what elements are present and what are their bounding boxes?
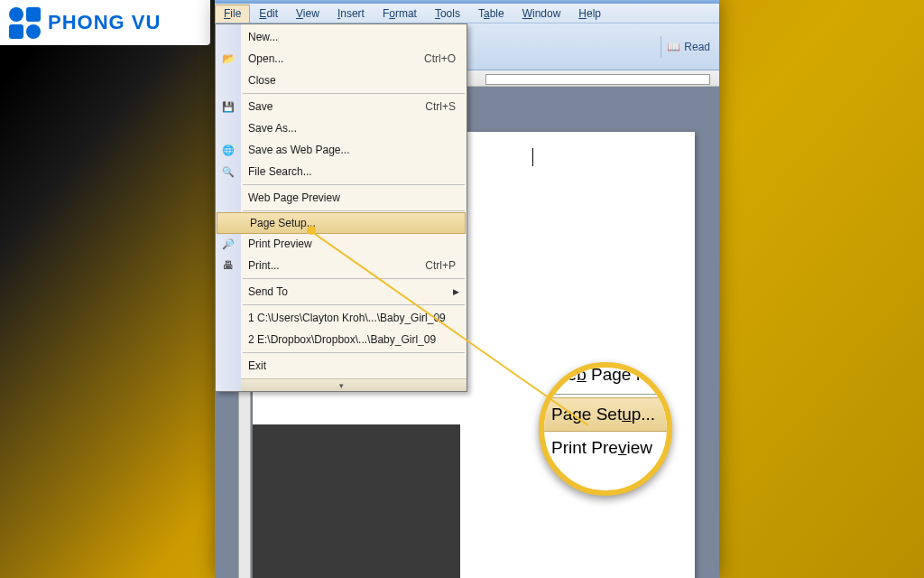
menu-item-web-preview[interactable]: Web Page Preview xyxy=(216,187,467,209)
submenu-arrow-icon: ▶ xyxy=(453,287,459,296)
menu-separator xyxy=(243,210,465,211)
menubar: File Edit View Insert Format Tools Table… xyxy=(215,4,719,23)
menu-item-file-search[interactable]: File Search... xyxy=(216,161,467,182)
save-icon xyxy=(216,101,241,113)
menu-separator xyxy=(243,352,465,353)
menu-item-open[interactable]: Open... Ctrl+O xyxy=(216,48,467,70)
menu-tools[interactable]: Tools xyxy=(426,5,469,23)
menu-separator xyxy=(243,304,465,305)
annotation-dot xyxy=(307,226,316,235)
shortcut-label: Ctrl+O xyxy=(424,52,467,65)
brand-logo: PHONG VU xyxy=(0,0,210,45)
menu-format[interactable]: Format xyxy=(374,5,426,23)
standard-toolbar: Read xyxy=(467,23,719,70)
menu-file[interactable]: File xyxy=(215,5,250,23)
menu-help[interactable]: Help xyxy=(569,5,610,23)
menu-separator xyxy=(243,278,465,279)
web-icon xyxy=(216,144,241,156)
menu-window[interactable]: Window xyxy=(513,5,570,23)
annotation-magnifier: Web Page P Page Setup... Print Preview xyxy=(539,362,672,496)
menu-table[interactable]: Table xyxy=(469,5,513,23)
menu-item-send-to[interactable]: Send To ▶ xyxy=(216,281,467,303)
file-menu-dropdown: New... Open... Ctrl+O Close Save Ctrl+S … xyxy=(215,23,467,392)
menu-item-exit[interactable]: Exit xyxy=(216,355,467,377)
menu-item-print[interactable]: Print... Ctrl+P xyxy=(216,255,467,276)
toolbar-divider xyxy=(661,36,661,58)
menu-item-page-setup[interactable]: Page Setup... xyxy=(217,212,466,234)
text-cursor xyxy=(532,148,533,166)
search-icon xyxy=(216,166,241,178)
open-icon xyxy=(216,52,241,65)
menu-item-new[interactable]: New... xyxy=(216,26,467,48)
shortcut-label: Ctrl+S xyxy=(425,100,467,113)
print-icon xyxy=(216,259,241,272)
menu-expand-chevron[interactable]: ▾ xyxy=(216,378,467,391)
page-shadow xyxy=(253,424,460,578)
menu-item-save[interactable]: Save Ctrl+S xyxy=(216,96,467,117)
print-preview-icon xyxy=(216,238,241,250)
magnifier-row-page-setup: Page Setup... xyxy=(539,397,672,432)
menu-item-close[interactable]: Close xyxy=(216,70,467,91)
menu-view[interactable]: View xyxy=(287,5,328,23)
magnifier-row-print-preview: Print Preview xyxy=(539,432,672,464)
brand-logo-icon xyxy=(9,7,41,39)
book-icon xyxy=(667,41,680,53)
shortcut-label: Ctrl+P xyxy=(425,259,467,272)
menu-item-save-web[interactable]: Save as Web Page... xyxy=(216,139,467,161)
menu-edit[interactable]: Edit xyxy=(250,5,287,23)
menu-item-save-as[interactable]: Save As... xyxy=(216,117,467,139)
brand-logo-text: PHONG VU xyxy=(48,11,161,34)
menu-separator xyxy=(243,184,465,185)
read-mode-button[interactable]: Read xyxy=(667,41,710,53)
menu-item-recent-2[interactable]: 2 E:\Dropbox\Dropbox\...\Baby_Girl_09 xyxy=(216,329,467,350)
menu-separator xyxy=(243,93,465,94)
menu-insert[interactable]: Insert xyxy=(328,5,374,23)
horizontal-ruler xyxy=(467,70,719,87)
word-application-window: File Edit View Insert Format Tools Table… xyxy=(215,0,719,578)
menu-item-recent-1[interactable]: 1 C:\Users\Clayton Kroh\...\Baby_Girl_09 xyxy=(216,307,467,329)
